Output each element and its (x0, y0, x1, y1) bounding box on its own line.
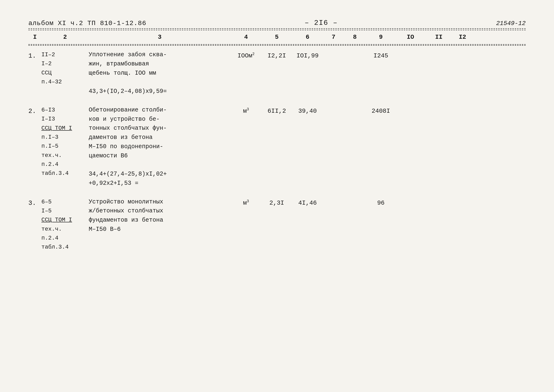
row-3-desc: Устройство монолитныхж/бетонных столбчат… (89, 197, 231, 234)
row-3-col6: 4I,46 (292, 197, 323, 208)
header-center: – 2I6 – (305, 19, 338, 27)
col-header-5: 5 (261, 33, 292, 42)
row-1-col6: IOI,99 (292, 50, 323, 61)
col-header-8: 8 (344, 33, 366, 42)
col-header-12: I2 (453, 33, 472, 42)
columns-header: I 2 3 4 5 6 7 8 9 IO II I2 (28, 30, 526, 45)
row-2-unit: м3 (231, 106, 261, 116)
row-num-1: 1. (28, 50, 41, 61)
row-1-ref: II–2I–2ССЦп.4–32 (41, 50, 89, 87)
page: альбом XI ч.2 ТП 810-1-12.86 – 2I6 – 215… (0, 0, 554, 392)
col-header-6: 6 (292, 33, 323, 42)
row-2-desc: Обетонирование столби-ков и устройство б… (89, 106, 231, 188)
header-right: 21549-12 (496, 20, 526, 27)
row-1-col5: I2,2I (261, 50, 292, 61)
col-header-11: II (424, 33, 453, 42)
row-2-ref: 6–I3I–I3ССЦ ТОМ Iп.I–3п.I–5тех.ч.п.2.4та… (41, 106, 89, 178)
table-row: 2. 6–I3I–I3ССЦ ТОМ Iп.I–3п.I–5тех.ч.п.2.… (28, 106, 526, 188)
row-num-2: 2. (28, 106, 41, 116)
col-header-7: 7 (323, 33, 344, 42)
table-body: 1. II–2I–2ССЦп.4–32 Уплотнение забоя скв… (28, 50, 526, 252)
table-row: 3. 6–5I–5ССЦ ТОМ Iтех.ч.п.2.4табл.3.4 Ус… (28, 197, 526, 252)
row-3-ref: 6–5I–5ССЦ ТОМ Iтех.ч.п.2.4табл.3.4 (41, 197, 89, 252)
row-3-unit: м3 (231, 197, 261, 208)
top-dashed-line (28, 28, 526, 29)
row-2-col6: 39,40 (292, 106, 323, 116)
table-row: 1. II–2I–2ССЦп.4–32 Уплотнение забоя скв… (28, 50, 526, 96)
row-1-col9: I245 (366, 50, 396, 61)
col-header-4: 4 (231, 33, 261, 42)
col-header-9: 9 (366, 33, 396, 42)
row-2-col9: 2408I (366, 106, 396, 116)
second-dashed-line (28, 45, 526, 46)
header: альбом XI ч.2 ТП 810-1-12.86 – 2I6 – 215… (28, 19, 526, 27)
col-header-10: IO (396, 33, 424, 42)
col-header-1: I (28, 33, 41, 42)
row-2-col5: 6II,2 (261, 106, 292, 116)
row-num-3: 3. (28, 197, 41, 208)
row-3-col9: 96 (366, 197, 396, 208)
row-1-unit: IOOм2 (231, 50, 261, 61)
header-left: альбом XI ч.2 ТП 810-1-12.86 (28, 20, 146, 27)
row-3-col5: 2,3I (261, 197, 292, 208)
col-header-3: 3 (89, 33, 231, 42)
row-1-desc: Уплотнение забоя сква-жин, втрамбовываящ… (89, 50, 231, 96)
col-header-2: 2 (41, 33, 89, 42)
